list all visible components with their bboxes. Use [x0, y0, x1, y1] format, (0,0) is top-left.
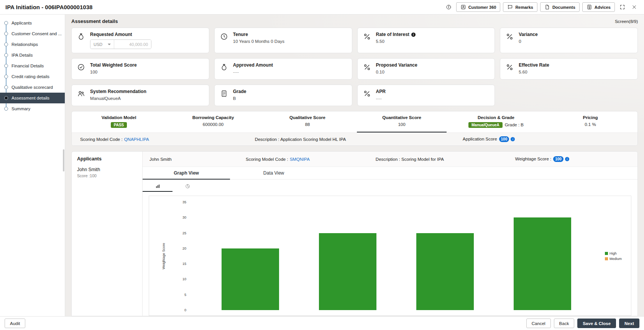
- sidebar-item-credit-rating-details[interactable]: Credit rating details: [0, 71, 65, 82]
- scoring-model-code-link[interactable]: QNAPHLIPA: [124, 137, 149, 142]
- view-tabs: Graph View Data View: [143, 167, 637, 180]
- summary-label: Validation Model: [74, 115, 164, 120]
- summary-decision-grade[interactable]: Decision & Grade ManualQueueAGrade : B: [449, 111, 543, 132]
- app-window: IPA Initiation - 006IPA000001038 Custome…: [0, 0, 644, 330]
- currency-select[interactable]: USD: [90, 40, 114, 49]
- requested-amount-card: Requested Amount USD: [71, 28, 209, 53]
- topbar: IPA Initiation - 006IPA000001038 Custome…: [0, 0, 644, 15]
- chart-type-tabs: [143, 180, 637, 192]
- card-value: ----: [233, 70, 273, 74]
- card-value: ManualQueueA: [90, 96, 146, 101]
- card-body: Effective Rate 5.60: [519, 62, 549, 74]
- expand-button[interactable]: [618, 3, 627, 12]
- applicant-detail-header: John Smith Scoring Model Code :SMQNIPA D…: [143, 152, 637, 167]
- card-body: Total Weighted Score 100: [90, 62, 137, 74]
- summary-label: Decision & Grade: [451, 115, 541, 120]
- info-icon[interactable]: [411, 33, 416, 37]
- remarks-button[interactable]: Remarks: [503, 2, 537, 12]
- percent-icon: [363, 33, 371, 41]
- summary-value: 0.1 %: [545, 122, 635, 127]
- card-body: APR ----: [376, 89, 386, 101]
- remarks-icon: [507, 4, 513, 10]
- tab-data-view[interactable]: Data View: [230, 167, 317, 179]
- customer-360-icon: [460, 4, 466, 10]
- summary-columns: Validation Model PASS Borrowing Capacity…: [72, 111, 637, 132]
- requested-amount-input[interactable]: [114, 40, 151, 49]
- rate-of-interest-card: Rate of Interest 5.50: [357, 28, 495, 53]
- weightage-score: Weightage Score :100: [515, 156, 631, 162]
- sidebar-item-relationships[interactable]: Relationships: [0, 39, 65, 50]
- tab-graph-view[interactable]: Graph View: [143, 167, 230, 179]
- sidebar-item-label: IPA Details: [12, 53, 33, 57]
- next-button[interactable]: Next: [619, 319, 639, 328]
- card-value: ----: [376, 96, 386, 101]
- applicant-list-item[interactable]: John Smith Score :100: [77, 167, 137, 178]
- main-header: Assessment details Screen(8/9): [71, 18, 638, 28]
- scoring-model-code-label: Scoring Model Code :: [80, 137, 123, 142]
- cancel-button[interactable]: Cancel: [526, 319, 551, 328]
- percent-icon: [506, 63, 514, 71]
- summary-value: ManualQueueAGrade : B: [451, 122, 541, 128]
- summary-validation-model[interactable]: Validation Model PASS: [72, 111, 166, 132]
- info-icon[interactable]: [511, 137, 515, 141]
- check-circle-icon: [77, 63, 85, 71]
- card-label: System Recommendation: [90, 89, 146, 94]
- sidebar-item-ipa-details[interactable]: IPA Details: [0, 50, 65, 60]
- sidebar-item-financial-details[interactable]: Financial Details: [0, 60, 65, 71]
- card-label-text: Rate of Interest: [376, 32, 409, 37]
- bar: [222, 248, 279, 310]
- stepper: Applicants Customer Consent and ... Rela…: [0, 18, 65, 114]
- advices-button[interactable]: Advices: [582, 2, 615, 12]
- summary-pricing[interactable]: Pricing 0.1 %: [543, 111, 637, 132]
- sidebar-item-label: Assessment details: [12, 96, 49, 100]
- scoring-model-code: Scoring Model Code :QNAPHLIPA: [80, 137, 255, 142]
- summary-borrowing-capacity[interactable]: Borrowing Capacity 600000.00: [166, 111, 260, 132]
- tab-bar-chart[interactable]: [143, 180, 172, 192]
- card-label: Grade: [233, 89, 246, 94]
- scoring-description: Description : Application Scoring Model …: [255, 137, 463, 142]
- info-button[interactable]: [444, 3, 453, 12]
- money-bag-icon: [77, 33, 85, 41]
- applicant-section: Applicants John Smith Score :100 John Sm…: [71, 151, 638, 316]
- weightage-score-label: Weightage Score :: [515, 157, 551, 161]
- assessment-cards: Requested Amount USD Tenure: [71, 28, 638, 106]
- main-content: Assessment details Screen(8/9) Requested…: [65, 15, 644, 316]
- sidebar-item-summary[interactable]: Summary: [0, 103, 65, 114]
- documents-button[interactable]: Documents: [540, 2, 580, 12]
- detail-model-code: Scoring Model Code :SMQNIPA: [246, 157, 376, 162]
- close-button[interactable]: [629, 3, 639, 12]
- audit-button[interactable]: Audit: [5, 319, 25, 328]
- chevron-down-icon: [108, 44, 111, 45]
- card-body: Grade B: [233, 89, 246, 101]
- customer-360-label: Customer 360: [468, 5, 496, 10]
- sidebar-item-assessment-details[interactable]: Assessment details: [0, 93, 65, 103]
- y-axis-label: Weightage Score: [151, 202, 177, 310]
- sidebar-item-applicants[interactable]: Applicants: [0, 18, 65, 28]
- sidebar-item-customer-consent[interactable]: Customer Consent and ...: [0, 28, 65, 39]
- summary-quantitative-score[interactable]: Quantitative Score 100: [355, 111, 449, 132]
- sidebar-item-qualitative-scorecard[interactable]: Qualitative scorecard: [0, 82, 65, 93]
- card-body: Rate of Interest 5.50: [376, 32, 416, 44]
- currency-value: USD: [94, 42, 102, 47]
- detail-model-code-link[interactable]: SMQNIPA: [290, 157, 310, 162]
- step-dot-icon: [4, 21, 8, 25]
- card-label: Proposed Variance: [376, 62, 417, 68]
- proposed-variance-card: Proposed Variance 0.10: [357, 58, 495, 80]
- summary-label: Borrowing Capacity: [168, 115, 258, 120]
- total-weighted-score-card: Total Weighted Score 100: [71, 58, 209, 80]
- advices-label: Advices: [595, 5, 611, 10]
- grade-card: Grade B: [214, 85, 352, 106]
- summary-label: Pricing: [545, 115, 635, 120]
- customer-360-button[interactable]: Customer 360: [456, 2, 501, 12]
- info-icon[interactable]: [565, 157, 569, 161]
- step-dot-icon: [4, 96, 8, 100]
- back-button[interactable]: Back: [554, 319, 575, 328]
- applicant-detail: John Smith Scoring Model Code :SMQNIPA D…: [143, 152, 637, 316]
- summary-qualitative-score[interactable]: Qualitative Score 88: [260, 111, 355, 132]
- legend-item: High: [605, 252, 628, 255]
- documents-label: Documents: [552, 5, 575, 10]
- card-label: Total Weighted Score: [90, 62, 137, 68]
- save-close-button[interactable]: Save & Close: [577, 319, 616, 328]
- tab-pie-chart[interactable]: [172, 180, 202, 192]
- summary-value: PASS: [74, 122, 164, 128]
